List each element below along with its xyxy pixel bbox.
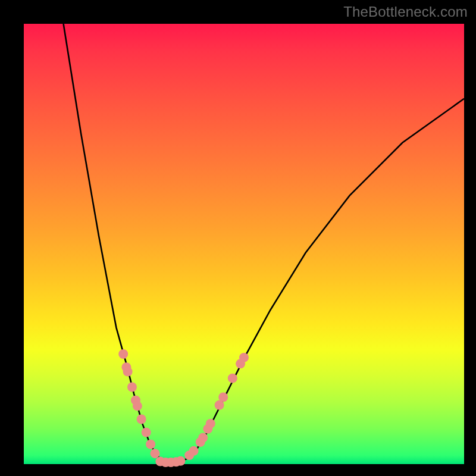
data-point <box>239 353 249 362</box>
data-point <box>206 419 215 428</box>
data-point <box>127 383 137 392</box>
data-point <box>198 433 208 443</box>
data-point <box>189 446 199 456</box>
data-point <box>151 449 160 458</box>
watermark-label: TheBottleneck.com <box>343 4 468 20</box>
data-point <box>133 401 142 411</box>
data-point <box>137 415 146 424</box>
data-point <box>146 440 155 449</box>
data-point <box>123 367 133 377</box>
data-point <box>142 428 151 437</box>
data-point <box>218 393 228 402</box>
data-point <box>176 456 185 466</box>
chart-frame: TheBottleneck.com <box>0 0 476 476</box>
plot-area <box>24 24 464 464</box>
bottleneck-curve <box>64 24 464 462</box>
data-point <box>228 374 237 383</box>
data-point <box>118 349 128 359</box>
scatter-dots <box>118 349 249 467</box>
chart-svg <box>24 24 464 464</box>
